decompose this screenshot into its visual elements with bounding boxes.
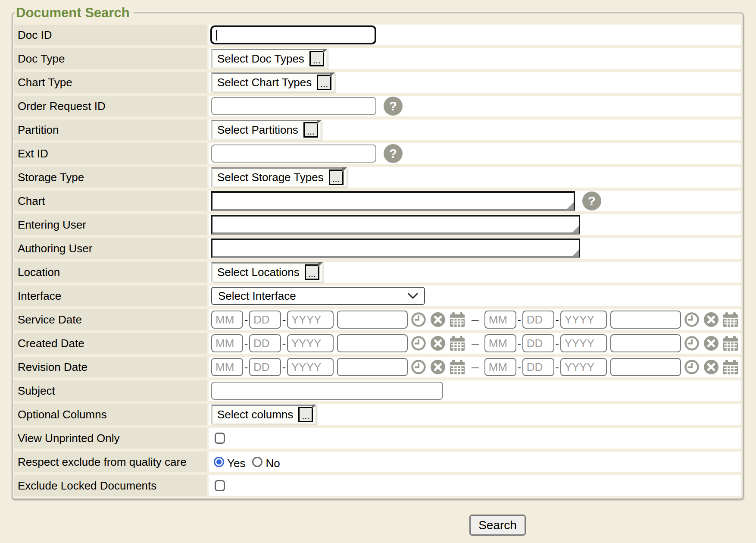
doc-type-label: Doc Type xyxy=(14,48,207,69)
partition-more-button[interactable]: ... xyxy=(303,122,318,138)
row-exclude-locked-documents: Exclude Locked Documents xyxy=(14,475,741,496)
revision-date-from-group: - - xyxy=(211,358,466,376)
revision-date-from-time-input[interactable] xyxy=(337,358,408,376)
row-doc-type: Doc Type Select Doc Types ... xyxy=(14,48,741,69)
revision-date-from-month-input[interactable] xyxy=(211,358,243,376)
revision-date-to-clear-icon[interactable] xyxy=(703,358,720,376)
range-separator: – xyxy=(472,360,479,374)
service-date-to-clock-icon[interactable] xyxy=(683,311,700,328)
quality-care-no-radio[interactable] xyxy=(252,457,262,467)
revision-date-to-month-input[interactable] xyxy=(484,358,516,376)
created-date-to-clear-icon[interactable] xyxy=(703,335,720,352)
created-date-from-day-input[interactable] xyxy=(249,334,281,352)
created-date-from-clock-icon[interactable] xyxy=(410,335,427,352)
created-date-to-time-input[interactable] xyxy=(610,334,681,352)
authoring-user-input-wrapper xyxy=(211,239,580,258)
document-search-fieldset: Document Search Doc ID Doc Type Select D… xyxy=(12,6,744,499)
partition-label: Partition xyxy=(14,119,207,140)
chart-type-more-button[interactable]: ... xyxy=(317,75,331,90)
quality-care-yes-radio[interactable] xyxy=(214,457,224,467)
order-request-id-input[interactable] xyxy=(211,97,376,115)
service-date-from-day-input[interactable] xyxy=(249,311,281,329)
date-separator: - xyxy=(243,337,249,350)
revision-date-from-clock-icon[interactable] xyxy=(410,358,427,376)
document-search-page: Document Search Doc ID Doc Type Select D… xyxy=(0,0,756,543)
created-date-from-clear-icon[interactable] xyxy=(429,335,447,352)
created-date-from-month-input[interactable] xyxy=(211,334,243,352)
service-date-from-month-input[interactable] xyxy=(211,311,243,329)
row-partition: Partition Select Partitions ... xyxy=(14,119,741,140)
partition-select-label: Select Partitions xyxy=(217,123,298,137)
created-date-to-clock-icon[interactable] xyxy=(683,335,700,352)
location-label: Location xyxy=(14,262,207,282)
created-date-from-time-input[interactable] xyxy=(337,334,408,352)
interface-dropdown[interactable]: Select Interface xyxy=(211,287,425,305)
revision-date-from-day-input[interactable] xyxy=(249,358,281,376)
range-separator: – xyxy=(472,312,479,327)
subject-input[interactable] xyxy=(211,382,443,400)
order-request-id-label: Order Request ID xyxy=(14,96,207,116)
service-date-from-clear-icon[interactable] xyxy=(429,311,447,328)
service-date-to-time-input[interactable] xyxy=(610,311,681,329)
ext-id-label: Ext ID xyxy=(14,143,207,164)
chart-type-select-button[interactable]: Select Chart Types ... xyxy=(211,72,335,92)
partition-select-button[interactable]: Select Partitions ... xyxy=(211,120,322,140)
exclude-locked-documents-label: Exclude Locked Documents xyxy=(14,475,207,496)
created-date-from-calendar-icon[interactable] xyxy=(449,335,466,352)
revision-date-to-time-input[interactable] xyxy=(610,358,681,376)
service-date-from-calendar-icon[interactable] xyxy=(449,311,466,328)
created-date-to-calendar-icon[interactable] xyxy=(722,335,739,352)
service-date-to-day-input[interactable] xyxy=(522,311,554,329)
ext-id-input[interactable] xyxy=(211,144,376,163)
service-date-from-clock-icon[interactable] xyxy=(410,311,427,328)
chart-help-icon[interactable]: ? xyxy=(582,191,601,210)
optional-columns-select-label: Select columns xyxy=(217,408,293,421)
row-entering-user: Entering User xyxy=(14,214,741,235)
view-unprinted-only-label: View Unprinted Only xyxy=(14,428,207,449)
exclude-locked-documents-checkbox[interactable] xyxy=(215,480,225,491)
service-date-label: Service Date xyxy=(14,309,207,330)
revision-date-from-clear-icon[interactable] xyxy=(429,358,447,376)
date-separator: - xyxy=(516,313,522,326)
optional-columns-more-button[interactable]: ... xyxy=(298,407,313,422)
optional-columns-select-button[interactable]: Select columns ... xyxy=(211,405,316,424)
location-select-button[interactable]: Select Locations ... xyxy=(211,262,323,282)
revision-date-to-day-input[interactable] xyxy=(522,358,554,376)
service-date-from-time-input[interactable] xyxy=(337,311,408,329)
revision-date-to-calendar-icon[interactable] xyxy=(722,358,739,376)
authoring-user-input[interactable] xyxy=(212,240,579,256)
created-date-from-year-input[interactable] xyxy=(287,334,334,352)
revision-date-from-calendar-icon[interactable] xyxy=(449,358,466,376)
service-date-to-month-input[interactable] xyxy=(484,311,516,329)
optional-columns-label: Optional Columns xyxy=(14,404,207,425)
date-separator: - xyxy=(516,361,522,374)
service-date-to-year-input[interactable] xyxy=(560,311,607,329)
created-date-to-month-input[interactable] xyxy=(484,334,516,352)
revision-date-from-year-input[interactable] xyxy=(287,358,334,376)
search-button[interactable]: Search xyxy=(469,515,526,536)
location-more-button[interactable]: ... xyxy=(305,264,319,280)
interface-selected-option: Select Interface xyxy=(218,289,296,303)
doc-id-input[interactable] xyxy=(212,27,375,43)
entering-user-input[interactable] xyxy=(212,217,579,232)
subject-label: Subject xyxy=(14,380,207,401)
storage-type-select-button[interactable]: Select Storage Types ... xyxy=(211,167,347,187)
view-unprinted-only-checkbox[interactable] xyxy=(215,433,225,444)
chart-input[interactable] xyxy=(212,193,574,209)
row-location: Location Select Locations ... xyxy=(14,262,741,282)
revision-date-to-year-input[interactable] xyxy=(560,358,607,376)
revision-date-to-clock-icon[interactable] xyxy=(683,358,700,376)
doc-type-more-button[interactable]: ... xyxy=(309,51,324,66)
service-date-from-year-input[interactable] xyxy=(287,311,334,329)
created-date-to-year-input[interactable] xyxy=(560,334,607,352)
row-view-unprinted-only: View Unprinted Only xyxy=(14,428,741,449)
storage-type-more-button[interactable]: ... xyxy=(329,169,344,185)
created-date-to-day-input[interactable] xyxy=(522,334,554,352)
ext-id-help-icon[interactable]: ? xyxy=(384,144,403,163)
order-request-id-help-icon[interactable]: ? xyxy=(384,97,403,116)
service-date-to-clear-icon[interactable] xyxy=(703,311,720,328)
doc-type-select-button[interactable]: Select Doc Types ... xyxy=(211,49,328,69)
date-separator: - xyxy=(243,361,249,374)
service-date-to-calendar-icon[interactable] xyxy=(722,311,739,328)
date-separator: - xyxy=(281,337,287,350)
